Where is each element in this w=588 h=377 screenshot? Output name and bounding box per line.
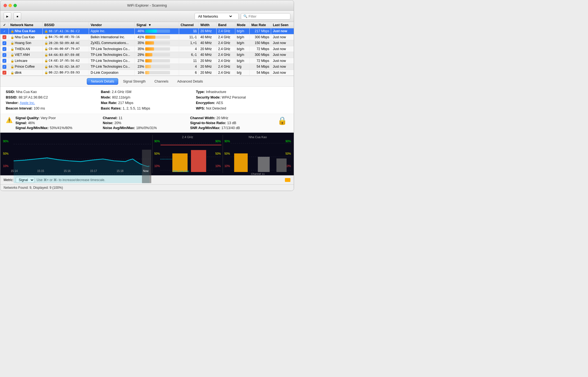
- row-signal: 41%: [135, 34, 179, 40]
- bssid-lock-icon: 🔒: [44, 29, 48, 33]
- chart-2ghz-svg: Nha Cua Kao: [154, 135, 221, 179]
- basic-rates-value: 1, 2, 5.5, 11 Mbps: [123, 106, 150, 110]
- row-mode: b/g: [235, 70, 250, 76]
- signal-grid: Signal Quality: Very Poor Channel: 11 Ch…: [15, 116, 275, 130]
- row-maxrate: 150 Mbps: [250, 40, 271, 46]
- tab-channels[interactable]: Channels: [150, 78, 173, 85]
- col-name[interactable]: Network Name: [9, 22, 42, 28]
- search-box[interactable]: 🔍: [241, 13, 290, 20]
- row-check[interactable]: ✓: [0, 64, 9, 70]
- row-check[interactable]: ✓: [0, 40, 9, 46]
- row-check[interactable]: ✓: [0, 34, 9, 40]
- bssid-lock-icon: 🔒: [44, 71, 48, 74]
- col-band[interactable]: Band: [216, 22, 235, 28]
- row-maxrate: 217 Mbps: [250, 28, 271, 34]
- col-check: ✓: [0, 22, 9, 28]
- checkbox[interactable]: ✓: [2, 53, 6, 57]
- row-signal: 29%: [135, 52, 179, 58]
- col-channel[interactable]: Channel: [179, 22, 199, 28]
- col-mode[interactable]: Mode: [235, 22, 250, 28]
- table-row[interactable]: ✓🔒Linhcare🔒C4:6E:1F:95:56:62TP-Link Tech…: [0, 58, 294, 64]
- detail-maxrate: Max Rate: 217 Mbps: [101, 101, 193, 105]
- row-mode: b/g: [235, 64, 250, 70]
- vendor-link[interactable]: Apple Inc.: [20, 101, 35, 105]
- stop-button[interactable]: ■: [14, 12, 21, 20]
- checkbox[interactable]: ✓: [2, 59, 6, 63]
- detail-wps: WPS: Not Detected: [196, 106, 288, 110]
- col-bssid[interactable]: BSSID: [42, 22, 89, 28]
- noise-avg-value: 18%/0%/31%: [136, 126, 157, 130]
- row-signal: 35%: [135, 40, 179, 46]
- checkbox[interactable]: ✓: [2, 35, 6, 39]
- row-width: 20 MHz: [199, 64, 217, 70]
- table-row[interactable]: ✓🔒Nha Cua Kao🔒88:1F:A1:36:B6:C2Apple Inc…: [0, 28, 294, 34]
- tab-advanced-details[interactable]: Advanced Details: [173, 78, 207, 85]
- row-vendor: TP-Link Technologies Co...: [89, 64, 134, 70]
- row-check[interactable]: ✓: [0, 52, 9, 58]
- checkbox[interactable]: ✓: [2, 29, 6, 33]
- row-width: 20 MHz: [199, 70, 217, 76]
- row-band: 2.4 GHz: [216, 58, 235, 64]
- row-signal: 23%: [135, 64, 179, 70]
- table-row[interactable]: ✓🔒THIEN AN🔒C0:4A:00:6F:79:A7TP-Link Tech…: [0, 46, 294, 52]
- table-row[interactable]: ✓🔒VIET ANH🔒64:66:B3:B7:E0:8ETP-Link Tech…: [0, 52, 294, 58]
- network-filter-dropdown[interactable]: All Networks: [197, 14, 233, 19]
- minimize-button[interactable]: [9, 4, 12, 7]
- col-signal[interactable]: Signal ▼: [135, 22, 179, 28]
- col-vendor[interactable]: Vendor: [89, 22, 134, 28]
- mode-label: Mode:: [101, 95, 111, 99]
- row-check[interactable]: ✓: [0, 28, 9, 34]
- network-filter-select[interactable]: All Networks: [195, 13, 239, 20]
- tab-network-details[interactable]: Network Details: [87, 78, 118, 85]
- table-row[interactable]: ✓🔒Hoang Son🔒28:28:5D:89:A8:ACZyXEL Commu…: [0, 40, 294, 46]
- row-width: 20 MHz: [199, 28, 217, 34]
- checkbox[interactable]: ✓: [2, 41, 6, 45]
- maximize-button[interactable]: [14, 4, 17, 7]
- col-lastseen[interactable]: Last Seen: [271, 22, 294, 28]
- row-maxrate: 72 Mbps: [250, 58, 271, 64]
- row-name: 🔒dlink: [9, 70, 42, 76]
- table-row[interactable]: ✓🔒dlink🔒00:22:B0:F3:E0:93D-Link Corporat…: [0, 70, 294, 76]
- row-check[interactable]: ✓: [0, 70, 9, 76]
- checkbox[interactable]: ✓: [2, 47, 6, 51]
- row-width: 40 MHz: [199, 52, 217, 58]
- detail-security-mode: Security Mode: WPA2 Personal: [196, 95, 288, 99]
- tab-signal-strength[interactable]: Signal Strength: [119, 78, 150, 85]
- x-label-1516: 15:16: [64, 170, 71, 173]
- lock-icon: 🔒: [10, 65, 14, 68]
- detail-bssid: BSSID: 88:1F:A1:36:B6:C2: [6, 95, 98, 99]
- row-check[interactable]: ✓: [0, 46, 9, 52]
- detail-vendor: Vendor: Apple Inc.: [6, 101, 98, 105]
- bssid-value: 88:1F:A1:36:B6:C2: [18, 95, 48, 99]
- row-band: 2.4 GHz: [216, 70, 235, 76]
- bssid-lock-icon: 🔒: [44, 35, 48, 39]
- row-vendor: TP-Link Technologies Co...: [89, 46, 134, 52]
- checkbox[interactable]: ✓: [2, 65, 6, 69]
- signal-pct-value: 46%: [28, 121, 35, 125]
- checkbox[interactable]: ✓: [2, 71, 6, 75]
- snr-avg-value: 17/13/40 dB: [222, 126, 240, 130]
- table-row[interactable]: ✓🔒Prince Coffee🔒64:70:02:82:3A:87TP-Link…: [0, 64, 294, 70]
- row-width: 40 MHz: [199, 40, 217, 46]
- table-row[interactable]: ✓🔒Nha Cua Kao🔒B4:75:0E:8E:7D:16Belkin In…: [0, 34, 294, 40]
- row-band: 2.4 GHz: [216, 34, 235, 40]
- row-band: 2.4 GHz: [216, 46, 235, 52]
- x-label-1517: 15:17: [90, 170, 97, 173]
- col-width[interactable]: Width: [199, 22, 217, 28]
- row-vendor: D-Link Corporation: [89, 70, 134, 76]
- signal-width-row: Channel Width: 20 MHz: [190, 116, 275, 120]
- lock-icon: 🔒: [10, 29, 14, 33]
- close-button[interactable]: [4, 4, 7, 7]
- row-width: 40 MHz: [199, 34, 217, 40]
- chart-channel: Nha Cua Kao 90% 50% 10% 90% 50% 10%: [224, 135, 292, 173]
- play-button[interactable]: ▶: [4, 12, 11, 20]
- status-bar: Networks Found: 9, Displayed: 9 (100%): [0, 184, 294, 191]
- row-name: 🔒Hoang Son: [9, 40, 42, 46]
- chart-channel-svg: Channel 11: [224, 135, 292, 179]
- row-check[interactable]: ✓: [0, 58, 9, 64]
- row-vendor: TP-Link Technologies Co...: [89, 52, 134, 58]
- col-maxrate[interactable]: Max Rate: [250, 22, 271, 28]
- row-channel: 11: [179, 28, 199, 34]
- search-input[interactable]: [249, 14, 287, 18]
- traffic-lights: [4, 4, 17, 7]
